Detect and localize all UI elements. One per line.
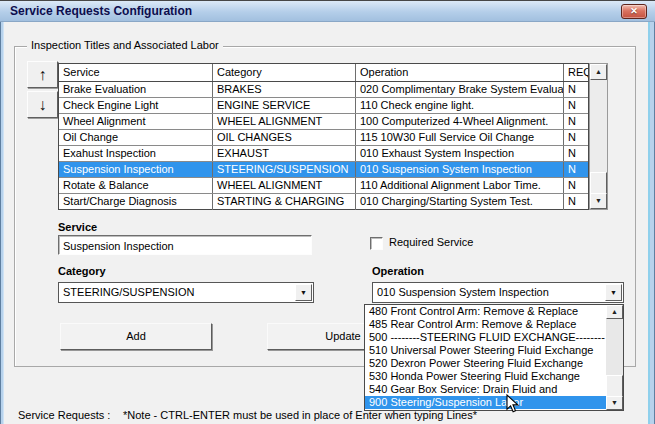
status-label: Service Requests : (18, 409, 110, 421)
window-border-left (0, 22, 4, 424)
groupbox-label: Inspection Titles and Associated Labor (27, 39, 223, 51)
table-cell-service: Check Engine Light (59, 98, 213, 113)
scroll-up-icon: ▲ (611, 308, 618, 315)
table-scroll-down-button[interactable]: ▼ (590, 193, 607, 209)
table-scroll-up-button[interactable]: ▲ (590, 64, 607, 80)
dropdown-scrollbar[interactable]: ▲ ▼ (606, 305, 623, 410)
table-cell-operation: 010 Suspension System Inspection (356, 162, 564, 177)
table-cell-operation: 110 Check engine light. (356, 98, 564, 113)
table-cell-req: N (564, 98, 588, 113)
operation-combobox-value: 010 Suspension System Inspection (377, 286, 603, 298)
table-cell-req: N (564, 146, 588, 161)
table-cell-service: Oil Change (59, 130, 213, 145)
service-input[interactable] (58, 235, 312, 255)
table-cell-service: Suspension Inspection (59, 162, 213, 177)
table-cell-category: ENGINE SERVICE (213, 98, 356, 113)
window-border-right (648, 22, 655, 424)
dropdown-item[interactable]: 540 Gear Box Service: Drain Fluid and (365, 383, 606, 396)
table-row[interactable]: Exahust InspectionEXHAUST010 Exhaust Sys… (59, 146, 588, 162)
close-icon: ✕ (622, 5, 646, 18)
operation-dropdown-list-container: 480 Front Control Arm: Remove & Replace4… (364, 304, 624, 411)
window-title: Service Requests Configuration (10, 4, 192, 18)
services-table: Service Category Operation REQ Brake Eva… (58, 63, 589, 210)
required-service-checkbox[interactable] (370, 237, 383, 250)
column-header-operation[interactable]: Operation (356, 64, 564, 81)
category-combobox[interactable]: STEERING/SUSPENSION ▼ (58, 282, 314, 303)
operation-dropdown-list: 480 Front Control Arm: Remove & Replace4… (365, 305, 606, 410)
dropdown-item[interactable]: 520 Dexron Power Steering Fluid Exchange (365, 357, 606, 370)
table-cell-service: Brake Evaluation (59, 82, 213, 97)
service-field-label: Service (58, 221, 97, 233)
move-row-down-button[interactable]: ↓ (27, 91, 58, 118)
table-cell-req: N (564, 194, 588, 210)
table-cell-service: Start/Charge Diagnosis (59, 194, 213, 210)
dropdown-scrollbar-thumb[interactable] (606, 375, 623, 397)
titlebar[interactable]: Service Requests Configuration ✕ (0, 0, 655, 22)
table-cell-req: N (564, 82, 588, 97)
table-row[interactable]: Brake EvaluationBRAKES020 Complimentary … (59, 82, 588, 98)
operation-dropdown-button[interactable]: ▼ (605, 284, 622, 301)
table-row[interactable]: Suspension InspectionSTEERING/SUSPENSION… (59, 162, 588, 178)
table-cell-operation: 115 10W30 Full Service Oil Change (356, 130, 564, 145)
dropdown-scroll-up-button[interactable]: ▲ (606, 305, 623, 319)
table-cell-category: OIL CHANGES (213, 130, 356, 145)
table-header[interactable]: Service Category Operation REQ (59, 64, 588, 82)
table-cell-operation: 020 Complimentary Brake System Evaluatic (356, 82, 564, 97)
table-row[interactable]: Wheel AlignmentWHEEL ALIGNMENT100 Comput… (59, 114, 588, 130)
dropdown-item[interactable]: 500 --------STEERING FLUID EXCHANGE-----… (365, 331, 606, 344)
move-row-up-button[interactable]: ↑ (27, 61, 58, 88)
table-cell-category: STEERING/SUSPENSION (213, 162, 356, 177)
table-cell-category: WHEEL ALIGNMENT (213, 178, 356, 193)
table-cell-service: Wheel Alignment (59, 114, 213, 129)
dropdown-item[interactable]: 900 Steering/Suspension Labor (365, 396, 606, 409)
table-cell-service: Rotate & Balance (59, 178, 213, 193)
service-requests-configuration-window: Service Requests Configuration ✕ Inspect… (0, 0, 655, 424)
table-row[interactable]: Start/Charge DiagnosisSTARTING & CHARGIN… (59, 194, 588, 210)
dropdown-item[interactable]: 485 Rear Control Arm: Remove & Replace (365, 318, 606, 331)
mouse-cursor-icon (506, 394, 520, 418)
category-dropdown-button[interactable]: ▼ (295, 284, 312, 301)
close-button[interactable]: ✕ (621, 4, 647, 19)
table-cell-operation: 100 Computerized 4-Wheel Alignment. (356, 114, 564, 129)
table-cell-category: EXHAUST (213, 146, 356, 161)
table-cell-operation: 110 Additional Alignment Labor Time. (356, 178, 564, 193)
column-header-category[interactable]: Category (213, 64, 356, 81)
operation-combobox[interactable]: 010 Suspension System Inspection ▼ (372, 282, 624, 303)
table-cell-req: N (564, 162, 588, 177)
table-cell-req: N (564, 114, 588, 129)
chevron-down-icon: ▼ (610, 289, 617, 296)
scroll-down-icon: ▼ (595, 197, 602, 204)
table-scrollbar-thumb[interactable] (590, 172, 607, 194)
down-arrow-icon: ↓ (39, 96, 47, 113)
scroll-down-icon: ▼ (611, 399, 618, 406)
table-cell-service: Exahust Inspection (59, 146, 213, 161)
add-button[interactable]: Add (60, 323, 212, 350)
table-cell-category: STARTING & CHARGING (213, 194, 356, 210)
table-rows: Brake EvaluationBRAKES020 Complimentary … (59, 82, 588, 210)
column-header-req[interactable]: REQ (564, 64, 588, 81)
table-cell-category: WHEEL ALIGNMENT (213, 114, 356, 129)
scroll-up-icon: ▲ (595, 68, 602, 75)
dropdown-scroll-down-button[interactable]: ▼ (606, 396, 623, 410)
table-row[interactable]: Check Engine LightENGINE SERVICE110 Chec… (59, 98, 588, 114)
chevron-down-icon: ▼ (300, 289, 307, 296)
table-row[interactable]: Rotate & BalanceWHEEL ALIGNMENT110 Addit… (59, 178, 588, 194)
table-cell-operation: 010 Charging/Starting System Test. (356, 194, 564, 210)
table-cell-operation: 010 Exhaust System Inspection (356, 146, 564, 161)
table-row[interactable]: Oil ChangeOIL CHANGES115 10W30 Full Serv… (59, 130, 588, 146)
dropdown-item[interactable]: 530 Honda Power Steering Fluid Exchange (365, 370, 606, 383)
required-service-label: Required Service (389, 236, 473, 248)
dropdown-item[interactable]: 480 Front Control Arm: Remove & Replace (365, 305, 606, 318)
category-field-label: Category (58, 265, 106, 277)
up-arrow-icon: ↑ (39, 66, 47, 83)
category-combobox-value: STEERING/SUSPENSION (63, 286, 293, 298)
dropdown-item[interactable]: 510 Universal Power Steering Fluid Excha… (365, 344, 606, 357)
column-header-service[interactable]: Service (59, 64, 213, 81)
operation-field-label: Operation (372, 265, 424, 277)
table-cell-category: BRAKES (213, 82, 356, 97)
table-cell-req: N (564, 130, 588, 145)
table-cell-req: N (564, 178, 588, 193)
table-scrollbar[interactable]: ▲ ▼ (589, 63, 608, 210)
